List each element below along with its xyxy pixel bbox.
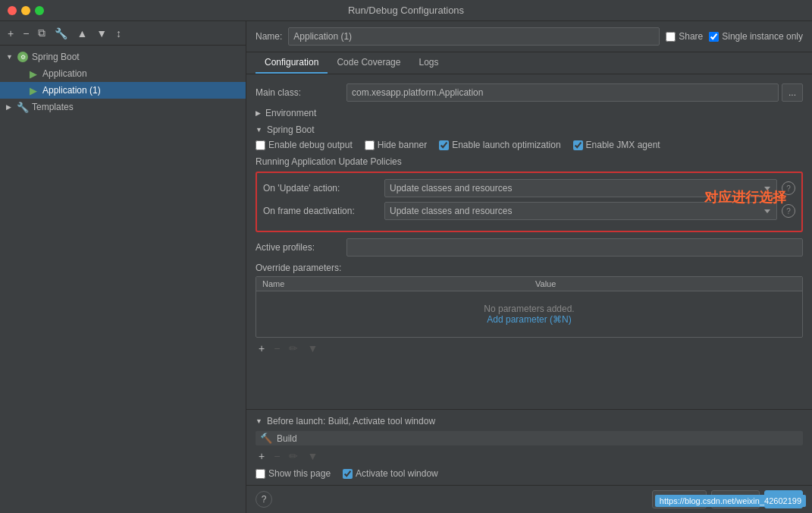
url-bar: https://blog.csdn.net/weixin_42602199 xyxy=(655,495,806,507)
on-update-row: On 'Update' action: Do nothing Update cl… xyxy=(263,179,795,197)
share-checkbox-input[interactable] xyxy=(666,32,676,42)
application-1-label: Application (1) xyxy=(42,85,101,96)
on-update-select[interactable]: Do nothing Update classes and resources … xyxy=(384,179,777,197)
on-update-help-icon[interactable]: ? xyxy=(782,181,795,195)
share-label[interactable]: Share xyxy=(679,31,703,42)
main-container: + − ⧉ 🔧 ▲ ▼ ↕ ▼ ⚙ Spring Boot ▶ Applicat… xyxy=(0,21,812,513)
debug-output-option: Enable debug output xyxy=(256,140,353,150)
debug-output-label[interactable]: Enable debug output xyxy=(268,140,353,150)
before-launch-add-button[interactable]: + xyxy=(256,448,268,464)
sidebar-item-templates[interactable]: ▶ 🔧 Templates xyxy=(0,99,246,115)
update-policies-box: 对应进行选择 On 'Update' action: Do nothing Up… xyxy=(256,172,803,232)
jmx-agent-checkbox[interactable] xyxy=(573,140,583,150)
sidebar-item-application[interactable]: ▶ Application xyxy=(0,65,246,82)
name-label: Name: xyxy=(256,31,282,42)
add-config-button[interactable]: + xyxy=(5,26,17,41)
application-label: Application xyxy=(42,68,87,79)
hide-banner-label[interactable]: Hide banner xyxy=(378,140,427,150)
override-params-label: Override parameters: xyxy=(256,263,803,273)
tab-code-coverage[interactable]: Code Coverage xyxy=(328,52,409,74)
env-label: Environment xyxy=(265,108,316,118)
move-down-button[interactable]: ▼ xyxy=(93,26,110,41)
params-move-down-button[interactable]: ▼ xyxy=(304,341,321,356)
launch-opt-option: Enable launch optimization xyxy=(439,140,560,150)
params-remove-button[interactable]: − xyxy=(271,341,283,356)
add-param-link[interactable]: Add parameter (⌘N) xyxy=(487,314,571,325)
sidebar-item-spring-boot[interactable]: ▼ ⚙ Spring Boot xyxy=(0,49,246,65)
main-class-input[interactable] xyxy=(346,83,779,102)
on-frame-help-icon[interactable]: ? xyxy=(782,204,795,218)
params-add-button[interactable]: + xyxy=(256,341,268,356)
update-policies-section-label: Running Application Update Policies xyxy=(256,156,803,167)
activate-window-label[interactable]: Activate tool window xyxy=(356,468,438,479)
no-params-text: No parameters added. xyxy=(484,304,574,314)
environment-section[interactable]: ▶ Environment xyxy=(256,108,803,118)
spring-boot-expand-arrow: ▼ xyxy=(256,126,262,134)
spring-boot-section-label: Spring Boot xyxy=(267,124,315,135)
params-table-header: Name Value xyxy=(256,277,802,291)
single-instance-checkbox: Single instance only xyxy=(709,31,803,42)
params-edit-button[interactable]: ✏ xyxy=(286,341,301,356)
help-button[interactable]: ? xyxy=(256,491,272,508)
tab-configuration[interactable]: Configuration xyxy=(256,52,328,74)
build-hammer-icon: 🔨 xyxy=(260,433,272,444)
build-item: 🔨 Build xyxy=(256,431,803,445)
tab-logs[interactable]: Logs xyxy=(409,52,447,74)
spring-boot-section-header[interactable]: ▼ Spring Boot xyxy=(256,124,803,135)
template-icon: 🔧 xyxy=(17,101,29,113)
bottom-checkboxes: Show this page Activate tool window xyxy=(256,468,803,479)
maximize-button[interactable] xyxy=(35,6,44,15)
single-instance-checkbox-input[interactable] xyxy=(709,32,719,42)
before-launch-remove-button[interactable]: − xyxy=(271,448,283,464)
show-page-checkbox[interactable] xyxy=(256,469,265,479)
config-name-input[interactable] xyxy=(288,27,660,46)
build-label: Build xyxy=(277,433,297,444)
before-launch-edit-button[interactable]: ✏ xyxy=(286,448,301,464)
remove-config-button[interactable]: − xyxy=(20,26,32,41)
config-name-header: Name: Share Single instance only xyxy=(246,21,812,52)
show-page-label[interactable]: Show this page xyxy=(268,468,331,479)
override-params-section: Override parameters: Name Value No param… xyxy=(256,263,803,356)
templates-label: Templates xyxy=(32,102,74,112)
minimize-button[interactable] xyxy=(21,6,30,15)
browse-button[interactable]: ... xyxy=(782,83,803,102)
show-page-option: Show this page xyxy=(256,468,331,479)
app-run-icon: ▶ xyxy=(27,68,39,80)
params-toolbar: + − ✏ ▼ xyxy=(256,341,803,356)
spring-boot-icon: ⚙ xyxy=(17,51,29,63)
activate-window-option: Activate tool window xyxy=(343,468,438,479)
active-profiles-input[interactable] xyxy=(346,238,803,256)
traffic-lights xyxy=(8,6,44,15)
hide-banner-checkbox[interactable] xyxy=(365,140,375,150)
move-up-button[interactable]: ▲ xyxy=(74,26,90,41)
jmx-agent-label[interactable]: Enable JMX agent xyxy=(586,140,660,150)
app1-run-icon: ▶ xyxy=(27,84,39,96)
title-bar: Run/Debug Configurations xyxy=(0,0,812,21)
settings-button[interactable]: 🔧 xyxy=(52,26,71,41)
sidebar: + − ⧉ 🔧 ▲ ▼ ↕ ▼ ⚙ Spring Boot ▶ Applicat… xyxy=(0,21,246,513)
window-title: Run/Debug Configurations xyxy=(348,5,464,16)
debug-output-checkbox[interactable] xyxy=(256,140,265,150)
templates-expand-arrow: ▶ xyxy=(6,103,17,111)
on-frame-label: On frame deactivation: xyxy=(263,206,384,216)
sidebar-item-application-1[interactable]: ▶ Application (1) xyxy=(0,82,246,99)
single-instance-label[interactable]: Single instance only xyxy=(722,31,803,42)
launch-opt-label[interactable]: Enable launch optimization xyxy=(452,140,560,150)
sidebar-toolbar: + − ⧉ 🔧 ▲ ▼ ↕ xyxy=(0,21,246,46)
copy-config-button[interactable]: ⧉ xyxy=(35,25,49,41)
before-launch-move-down-btn[interactable]: ▼ xyxy=(304,448,321,464)
before-launch-header[interactable]: ▼ Before launch: Build, Activate tool wi… xyxy=(256,416,803,426)
sort-button[interactable]: ↕ xyxy=(113,26,124,41)
hide-banner-option: Hide banner xyxy=(365,140,427,150)
jmx-agent-option: Enable JMX agent xyxy=(573,140,660,150)
spring-boot-label: Spring Boot xyxy=(32,52,80,62)
close-button[interactable] xyxy=(8,6,17,15)
active-profiles-label: Active profiles: xyxy=(256,242,346,253)
tabs-bar: Configuration Code Coverage Logs xyxy=(246,52,812,74)
before-launch-toolbar: + − ✏ ▼ xyxy=(256,448,803,464)
on-frame-row: On frame deactivation: Do nothing Update… xyxy=(263,202,795,220)
on-update-label: On 'Update' action: xyxy=(263,183,384,194)
launch-opt-checkbox[interactable] xyxy=(439,140,449,150)
on-frame-select[interactable]: Do nothing Update classes and resources … xyxy=(384,202,777,220)
activate-window-checkbox[interactable] xyxy=(343,469,353,479)
